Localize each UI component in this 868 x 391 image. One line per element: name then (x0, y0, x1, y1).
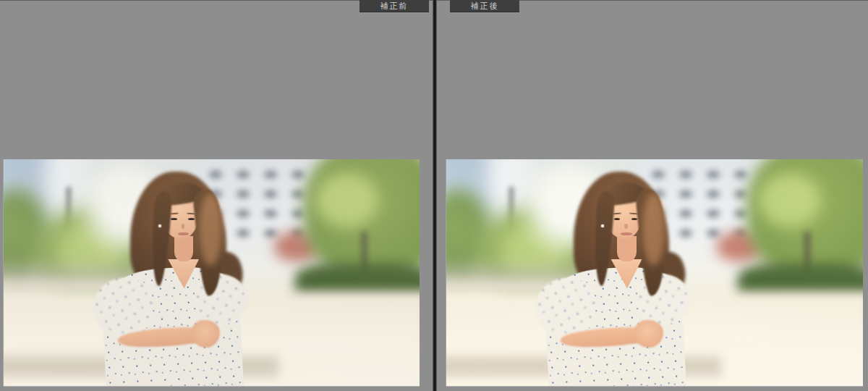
before-label-tab: 補正前 (359, 0, 429, 12)
subject-pearl-earring (158, 224, 161, 227)
subject-hands-clasped (192, 320, 220, 348)
after-label-tab: 補正後 (450, 0, 519, 12)
photo-scene (446, 159, 863, 386)
subject-nose (624, 224, 628, 229)
blurred-tree-right-highlight (315, 173, 378, 227)
photo-scene (4, 159, 420, 386)
pane-divider (433, 0, 437, 391)
compare-view-canvas: 補正前 補正後 (0, 0, 868, 391)
subject-hands-clasped (634, 320, 663, 348)
subject-neck (617, 236, 636, 261)
subject-hair-highlight (199, 193, 222, 266)
subject-hair-highlight (642, 193, 665, 266)
photo-before[interactable] (4, 159, 420, 386)
subject-nose (182, 224, 185, 229)
subject-eye-left (171, 218, 177, 220)
blurred-tree-right-highlight (759, 173, 821, 227)
photo-after[interactable] (446, 159, 863, 386)
subject-pearl-earring (601, 224, 604, 227)
subject-neck (174, 236, 193, 261)
